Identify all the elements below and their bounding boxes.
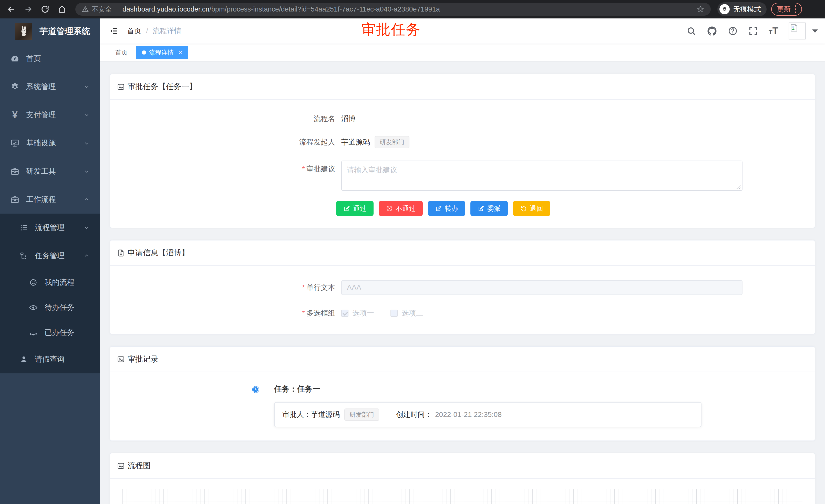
fullscreen-icon[interactable] [748, 26, 758, 36]
app-logo [15, 23, 32, 40]
incognito-icon [720, 4, 730, 14]
app-title: 芋道管理系统 [40, 26, 90, 37]
card-header: 流程图 [110, 453, 815, 479]
checkbox-option-1: 选项一 [341, 308, 374, 318]
browser-chrome: 不安全 dashboard.yudao.iocoder.cn/bpm/proce… [0, 0, 825, 18]
field-label: *审批建议 [121, 161, 341, 174]
card-title: 审批任务【任务一】 [128, 81, 197, 92]
url-domain: dashboard.yudao.iocoder.cn [123, 5, 209, 13]
browser-forward-icon[interactable] [22, 4, 34, 15]
sidebar-item-home[interactable]: 首页 [0, 45, 100, 73]
sidebar-item-system[interactable]: 系统管理 [0, 73, 100, 101]
github-icon[interactable] [706, 26, 718, 36]
created-time-block: 创建时间： 2022-01-21 22:35:08 [396, 410, 502, 419]
tab-process-detail[interactable]: 流程详情 × [136, 46, 188, 59]
card-header: 审批任务【任务一】 [110, 74, 815, 100]
list-icon [19, 223, 28, 232]
dept-tag: 研发部门 [344, 409, 379, 421]
edit-icon [343, 205, 351, 212]
sidebar-item-my-process[interactable]: 我的流程 [0, 270, 100, 295]
card-body: 任务：任务一 审批人： 芋道源码 研发部门 创建时间： 2022-01-21 2… [110, 372, 815, 440]
card-title: 审批记录 [128, 354, 158, 364]
task-title: 任务：任务一 [274, 384, 805, 394]
sidebar-item-infrastructure[interactable]: 基础设施 [0, 129, 100, 157]
sidebar-item-label: 任务管理 [35, 251, 65, 261]
bpmn-canvas[interactable] [123, 489, 803, 504]
approver-label: 审批人： [282, 410, 311, 419]
card-title: 流程图 [128, 460, 151, 471]
approve-button[interactable]: 通过 [336, 201, 374, 216]
process-name-value: 滔博 [341, 114, 356, 124]
tab-label: 首页 [115, 49, 128, 57]
incognito-badge: 无痕模式 [718, 2, 767, 16]
checkbox-option-2: 选项二 [390, 308, 423, 318]
update-label: 更新 [777, 5, 791, 14]
header-actions: TT [686, 22, 825, 39]
delegate-button[interactable]: 委派 [470, 201, 508, 216]
active-dot-icon [142, 51, 146, 55]
card-header: 申请信息【滔博】 [110, 241, 815, 266]
sidebar-item-task-mgmt[interactable]: 任务管理 [0, 242, 100, 270]
edit-icon [477, 205, 485, 212]
sidebar-item-process-mgmt[interactable]: 流程管理 [0, 214, 100, 242]
checkbox-unchecked-icon [390, 310, 398, 317]
checkbox-label: 选项一 [353, 308, 374, 318]
breadcrumb-current: 流程详情 [153, 26, 181, 36]
sidebar-item-done-tasks[interactable]: 已办任务 [0, 320, 100, 345]
picture-icon [117, 83, 125, 91]
breadcrumb-home[interactable]: 首页 [127, 26, 141, 36]
created-label: 创建时间： [396, 410, 432, 419]
toolbox-icon [10, 167, 19, 176]
help-icon[interactable] [728, 26, 738, 36]
browser-menu-icon[interactable] [795, 5, 796, 13]
security-warning[interactable]: 不安全 [81, 5, 112, 14]
search-icon[interactable] [686, 26, 696, 36]
sidebar-item-payment[interactable]: ¥ 支付管理 [0, 101, 100, 129]
caret-down-icon[interactable] [812, 29, 818, 33]
app-logo-row[interactable]: 芋道管理系统 [0, 18, 100, 44]
browser-update-button[interactable]: 更新 [771, 3, 802, 16]
browser-reload-icon[interactable] [40, 4, 51, 15]
sidebar-item-todo-tasks[interactable]: 待办任务 [0, 295, 100, 320]
monitor-icon [10, 139, 19, 148]
bookmark-star-icon[interactable] [696, 5, 704, 13]
dept-tag: 研发部门 [375, 136, 409, 148]
toolbox-icon [10, 195, 19, 204]
tab-bar: 首页 流程详情 × [100, 44, 825, 62]
browser-home-icon[interactable] [56, 4, 68, 15]
required-mark: * [302, 165, 305, 173]
reject-button[interactable]: 不通过 [379, 201, 423, 216]
chevron-up-icon [83, 253, 90, 259]
chevron-down-icon [83, 225, 90, 231]
warning-triangle-icon [81, 5, 89, 13]
return-button[interactable]: 退回 [513, 201, 550, 216]
font-size-icon[interactable]: TT [769, 26, 778, 36]
single-line-text-input [341, 280, 743, 295]
circle-close-icon [386, 205, 393, 212]
form-row-text: *单行文本 [121, 280, 805, 295]
gear-icon [10, 82, 19, 91]
document-icon [117, 249, 125, 257]
url-separator [117, 5, 117, 13]
approval-record-item: 审批人： 芋道源码 研发部门 创建时间： 2022-01-21 22:35:08 [274, 402, 701, 427]
browser-back-icon[interactable] [6, 4, 17, 15]
sidebar: 芋道管理系统 首页 系统管理 ¥ 支付管理 [0, 18, 100, 504]
sidebar-item-leave-query[interactable]: 请假查询 [0, 345, 100, 373]
approval-record-card: 审批记录 任务：任务一 审批人： 芋道源码 研发部门 创建时间： 2022-01… [110, 346, 815, 441]
tab-home[interactable]: 首页 [110, 46, 133, 59]
avatar[interactable] [789, 22, 806, 39]
sidebar-item-workflow[interactable]: 工作流程 [0, 185, 100, 214]
chevron-down-icon [83, 140, 90, 146]
hamburger-icon[interactable] [108, 26, 119, 36]
transfer-button[interactable]: 转办 [428, 201, 465, 216]
sidebar-item-label: 研发工具 [26, 166, 56, 176]
breadcrumb: 首页 / 流程详情 [127, 26, 181, 36]
annotation-overlay: 审批任务 [361, 20, 421, 39]
sidebar-item-devtools[interactable]: 研发工具 [0, 157, 100, 185]
card-body [110, 479, 815, 504]
close-icon[interactable]: × [178, 49, 182, 57]
face-icon [29, 278, 38, 287]
chevron-down-icon [83, 168, 90, 174]
comment-textarea[interactable] [341, 161, 743, 191]
address-bar[interactable]: 不安全 dashboard.yudao.iocoder.cn/bpm/proce… [75, 3, 711, 16]
